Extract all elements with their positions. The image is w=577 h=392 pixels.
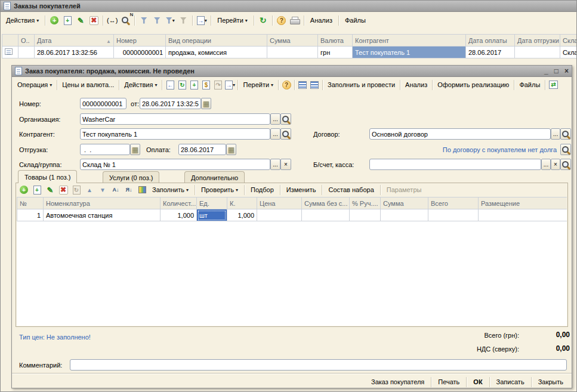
files-button[interactable]: Файлы bbox=[516, 79, 543, 91]
col-currency[interactable]: Валюта bbox=[318, 35, 353, 47]
filter-by-value-button[interactable] bbox=[151, 14, 163, 26]
filter-history-button[interactable]: ▾ bbox=[164, 14, 176, 26]
undo-posting-button[interactable]: ↷ bbox=[212, 79, 224, 91]
actions-menu-button[interactable]: Действия ▾ bbox=[121, 79, 160, 91]
reread-button[interactable]: ↻ bbox=[176, 79, 188, 91]
col-status[interactable]: О.. bbox=[18, 35, 35, 47]
tab-services[interactable]: Услуги (0 поз.) bbox=[103, 171, 159, 183]
go-menu-button[interactable]: Перейти ▾ bbox=[214, 14, 251, 26]
row-add-button[interactable]: + bbox=[18, 184, 30, 196]
print-button[interactable]: Печать bbox=[433, 378, 464, 385]
totals-settings-button[interactable] bbox=[136, 184, 148, 196]
account-clear-button[interactable]: × bbox=[551, 159, 560, 170]
sort-desc-button[interactable]: Я↓ bbox=[123, 184, 135, 196]
save-button[interactable]: Записать bbox=[492, 378, 529, 385]
sort-asc-button[interactable]: А↓ bbox=[110, 184, 122, 196]
account-field[interactable] bbox=[369, 159, 541, 170]
move-down-button[interactable]: ▼ bbox=[97, 184, 109, 196]
operation-cell[interactable]: продажа, комиссия bbox=[166, 47, 267, 58]
pick-button[interactable]: Подбор bbox=[248, 184, 277, 196]
output-list-button[interactable]: → ▾ bbox=[196, 14, 208, 26]
counterparty-select-button[interactable]: ... bbox=[270, 128, 280, 140]
sum-cell[interactable] bbox=[267, 47, 318, 58]
order-button[interactable]: Заказ покупателя bbox=[366, 378, 429, 385]
col-date[interactable]: ▲Дата bbox=[35, 35, 114, 47]
files-button[interactable]: Файлы bbox=[342, 14, 369, 26]
go-menu-button[interactable]: Перейти ▾ bbox=[240, 79, 276, 91]
row-delete-button[interactable]: ✖ bbox=[57, 184, 69, 196]
placement-cell[interactable] bbox=[479, 209, 567, 221]
col-warehouse[interactable]: Скла, bbox=[560, 35, 577, 47]
analysis-button[interactable]: Анализ bbox=[402, 79, 430, 91]
clear-filter-button[interactable] bbox=[177, 14, 189, 26]
col-sum[interactable]: Сумма bbox=[267, 35, 318, 47]
shipment-date-field[interactable] bbox=[80, 144, 130, 155]
show-list-button[interactable] bbox=[297, 79, 308, 91]
set-prices-button[interactable]: $ bbox=[200, 79, 212, 91]
number-field[interactable] bbox=[80, 98, 126, 109]
pct-manual-cell[interactable] bbox=[350, 209, 381, 221]
col-sum-wo-disc[interactable]: Сумма без с... bbox=[302, 197, 350, 209]
datetime-calendar-button[interactable]: ▦ bbox=[201, 98, 211, 109]
col-sum[interactable]: Сумма bbox=[381, 197, 428, 209]
tab-additional[interactable]: Дополнительно bbox=[184, 171, 245, 183]
fill-and-post-button[interactable]: Заполнить и провести bbox=[325, 79, 398, 91]
copy-document-button[interactable]: + bbox=[188, 79, 200, 91]
sum-cell[interactable] bbox=[381, 209, 428, 221]
row-edit-button[interactable]: ✎ bbox=[44, 184, 56, 196]
payment-calendar-button[interactable]: ▦ bbox=[226, 144, 236, 155]
payment-date-cell[interactable]: 28.06.2017 bbox=[466, 47, 515, 58]
delete-button[interactable]: ✖ bbox=[88, 14, 100, 26]
unit-cell[interactable]: шт bbox=[197, 209, 227, 221]
status-cell[interactable] bbox=[18, 47, 35, 58]
analysis-button[interactable]: Анализ bbox=[307, 14, 335, 26]
price-cell[interactable] bbox=[257, 209, 302, 221]
warehouse-clear-button[interactable]: × bbox=[280, 159, 291, 170]
table-row[interactable]: 1 Автомоечная станция 1,000 шт 1,000 bbox=[17, 209, 567, 221]
change-button[interactable]: Изменить bbox=[283, 184, 319, 196]
move-up-button[interactable]: ▲ bbox=[84, 184, 95, 196]
total-cell[interactable] bbox=[428, 209, 479, 221]
col-price[interactable]: Цена bbox=[257, 197, 302, 209]
date-cell[interactable]: 28.06.2017 13:32:56 bbox=[35, 47, 114, 58]
actions-menu-button[interactable]: Действия ▾ bbox=[3, 14, 42, 26]
focused-cell[interactable]: шт bbox=[197, 209, 227, 221]
k-cell[interactable]: 1,000 bbox=[227, 209, 257, 221]
col-unit[interactable]: Ед. bbox=[197, 197, 227, 209]
sum-wo-disc-cell[interactable] bbox=[302, 209, 350, 221]
currency-cell[interactable]: грн bbox=[318, 47, 353, 58]
issue-sale-button[interactable]: Оформить реализацию bbox=[434, 79, 512, 91]
nomenclature-cell[interactable]: Автомоечная станция bbox=[44, 209, 161, 221]
col-num[interactable]: № bbox=[17, 197, 44, 209]
warehouse-cell[interactable]: Скла, bbox=[560, 47, 577, 58]
warehouse-field[interactable] bbox=[80, 159, 270, 170]
debt-link[interactable]: По договору с покупателем нет долга bbox=[370, 146, 557, 153]
ok-button[interactable]: ОК bbox=[468, 378, 487, 385]
tab-goods[interactable]: Товары (1 поз.) bbox=[18, 170, 77, 183]
account-select-button[interactable]: ... bbox=[541, 159, 551, 170]
prices-currency-button[interactable]: Цены и валюта... bbox=[59, 79, 117, 91]
col-shipment-date[interactable]: Дата отгрузки bbox=[515, 35, 560, 47]
operation-menu-button[interactable]: Операция ▾ bbox=[14, 79, 55, 91]
account-open-button[interactable] bbox=[560, 159, 571, 170]
organization-select-button[interactable]: ... bbox=[270, 113, 280, 125]
col-k[interactable]: К. bbox=[227, 197, 257, 209]
warehouse-select-button[interactable]: ... bbox=[270, 159, 280, 170]
row-copy-button[interactable]: + bbox=[31, 184, 43, 196]
num-cell[interactable]: 1 bbox=[17, 209, 44, 221]
update-structure-button[interactable]: ⇄ bbox=[547, 79, 559, 91]
counterparty-open-button[interactable] bbox=[280, 128, 291, 140]
counterparty-field[interactable] bbox=[80, 128, 270, 140]
print-button[interactable] bbox=[289, 14, 301, 26]
refresh-button[interactable]: ↻ bbox=[257, 14, 269, 26]
table-row[interactable]: 28.06.2017 13:32:56 00000000001 продажа,… bbox=[2, 47, 577, 58]
datetime-field[interactable] bbox=[140, 98, 201, 109]
counterparty-cell[interactable]: Тест покупатель 1 bbox=[353, 47, 466, 58]
add-button[interactable]: + bbox=[48, 14, 60, 26]
finish-edit-button[interactable]: ↻ bbox=[70, 184, 82, 196]
output-document-button[interactable]: → ▾ bbox=[224, 79, 236, 91]
minimize-button[interactable]: _ bbox=[544, 67, 548, 75]
col-row-icon[interactable] bbox=[2, 35, 18, 47]
col-placement[interactable]: Размещение bbox=[479, 197, 567, 209]
payment-date-field[interactable] bbox=[178, 144, 226, 155]
